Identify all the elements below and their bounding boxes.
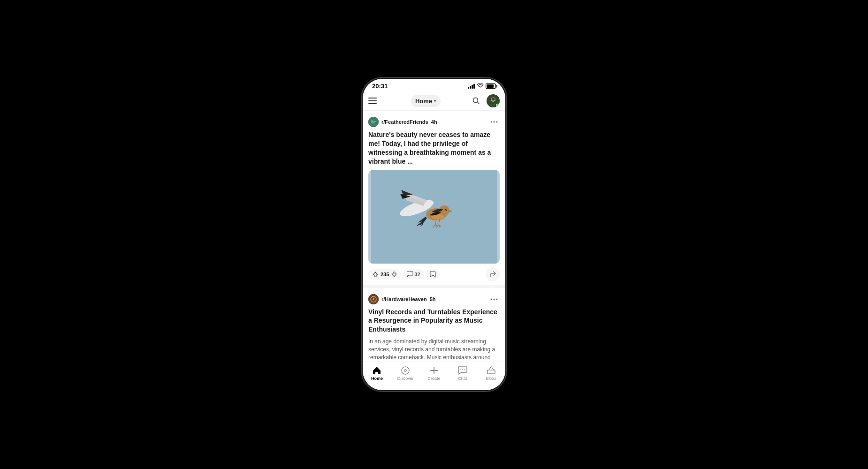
status-icons: [468, 83, 496, 89]
chevron-down-icon: ▾: [434, 99, 436, 103]
phone-frame: 20:31: [361, 77, 507, 392]
subreddit-avatar[interactable]: 🐦: [368, 117, 379, 127]
user-avatar-button[interactable]: [487, 94, 500, 107]
feed-container[interactable]: 🐦 r/FeatheredFriends 4h: [363, 111, 505, 362]
nav-item-home[interactable]: Home: [363, 366, 391, 381]
post-meta-left: r/HardwareHeaven 5h: [368, 294, 436, 304]
post-image[interactable]: [368, 170, 500, 264]
subreddit-name: r/FeatheredFriends: [381, 119, 428, 125]
post-header: r/HardwareHeaven 5h: [368, 294, 500, 305]
search-icon: [472, 97, 480, 105]
comment-icon: [407, 271, 413, 277]
post-subreddit-meta[interactable]: r/HardwareHeaven 5h: [381, 296, 436, 302]
post-subreddit-meta[interactable]: r/FeatheredFriends 4h: [381, 119, 437, 125]
nav-item-inbox[interactable]: Inbox: [477, 366, 505, 381]
menu-line-1: [368, 98, 377, 98]
svg-point-34: [460, 370, 461, 371]
comment-button[interactable]: 32: [403, 269, 424, 279]
search-button[interactable]: [470, 94, 483, 107]
svg-point-30: [402, 367, 409, 374]
svg-point-36: [464, 370, 465, 371]
menu-line-3: [368, 103, 377, 104]
wifi-icon: [477, 83, 483, 89]
upvote-count: 235: [381, 272, 389, 277]
nav-item-discover[interactable]: Discover: [391, 366, 420, 381]
top-navigation: Home ▾: [363, 91, 505, 111]
discover-nav-icon: [401, 366, 410, 375]
subreddit-name: r/HardwareHeaven: [381, 296, 427, 302]
upvote-button[interactable]: [372, 271, 379, 278]
subreddit-avatar[interactable]: [368, 294, 379, 304]
battery-icon: [486, 83, 496, 89]
svg-point-22: [491, 298, 492, 300]
save-button[interactable]: [426, 269, 440, 279]
create-nav-icon: [429, 366, 439, 375]
svg-text:🐦: 🐦: [370, 119, 377, 125]
save-icon: [430, 271, 436, 277]
post-title: Vinyl Records and Turntables Experience …: [368, 308, 500, 334]
svg-point-35: [462, 370, 463, 371]
post-more-button[interactable]: [488, 116, 500, 128]
svg-line-1: [478, 102, 480, 104]
post-item: r/HardwareHeaven 5h Vinyl Records and Tu…: [363, 288, 505, 362]
nav-label-home: Home: [371, 376, 383, 381]
home-nav-icon: [372, 366, 381, 375]
nav-label-create: Create: [427, 376, 440, 381]
post-item: 🐦 r/FeatheredFriends 4h: [363, 111, 505, 288]
chat-nav-icon: [458, 366, 467, 375]
nav-label-chat: Chat: [458, 376, 467, 381]
share-icon: [490, 271, 496, 277]
vote-group: 235: [368, 269, 401, 280]
menu-line-2: [368, 100, 377, 101]
post-header: 🐦 r/FeatheredFriends 4h: [368, 116, 500, 128]
nav-right-group: [470, 94, 500, 107]
svg-point-9: [494, 121, 495, 123]
home-label: Home: [415, 98, 432, 105]
post-body: In an age dominated by digital music str…: [368, 338, 500, 362]
svg-point-21: [373, 298, 374, 300]
inbox-nav-icon: [487, 366, 496, 375]
downvote-button[interactable]: [391, 271, 397, 278]
phone-screen: 20:31: [363, 79, 505, 390]
post-actions: 235 32: [368, 267, 500, 281]
downvote-icon: [391, 271, 397, 278]
bottom-navigation: Home Discover Create: [363, 362, 505, 390]
menu-button[interactable]: [368, 94, 381, 107]
svg-point-5: [492, 98, 495, 101]
home-dropdown-button[interactable]: Home ▾: [411, 95, 441, 107]
nav-label-discover: Discover: [397, 376, 414, 381]
status-bar: 20:31: [363, 79, 505, 91]
nav-item-create[interactable]: Create: [420, 366, 449, 381]
upvote-icon: [372, 271, 379, 278]
signal-icon: [468, 84, 475, 89]
nav-label-inbox: Inbox: [486, 376, 496, 381]
post-title: Nature's beauty never ceases to amaze me…: [368, 130, 500, 166]
svg-point-31: [404, 370, 406, 371]
comment-count: 32: [414, 272, 420, 277]
post-age: 4h: [431, 119, 437, 125]
svg-point-18: [446, 209, 447, 209]
svg-point-8: [491, 121, 492, 123]
post-age: 5h: [430, 296, 436, 302]
svg-point-24: [496, 298, 498, 300]
status-time: 20:31: [372, 83, 388, 90]
svg-point-10: [496, 121, 498, 123]
post-more-button[interactable]: [488, 294, 500, 305]
share-button[interactable]: [486, 267, 500, 281]
svg-point-23: [494, 298, 495, 300]
online-indicator: [496, 104, 500, 107]
post-meta-left: 🐦 r/FeatheredFriends 4h: [368, 117, 437, 127]
nav-item-chat[interactable]: Chat: [448, 366, 477, 381]
